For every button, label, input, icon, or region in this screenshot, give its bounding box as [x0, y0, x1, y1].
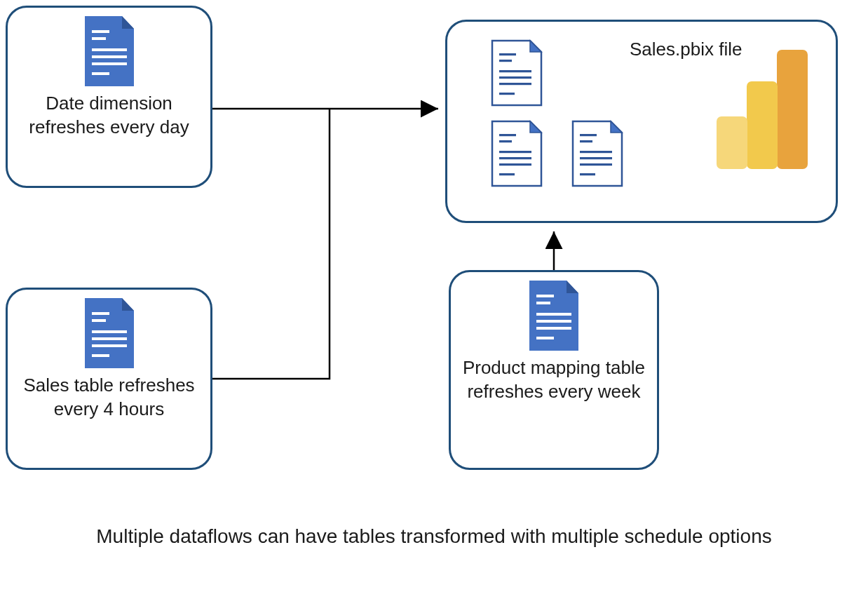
diagram-caption: Multiple dataflows can have tables trans… [0, 523, 868, 550]
document-solid-icon [526, 281, 582, 351]
svg-rect-10 [92, 344, 127, 347]
document-outline-icon [489, 120, 538, 182]
powerbi-logo-icon [717, 50, 808, 172]
svg-rect-7 [92, 319, 106, 322]
svg-rect-6 [92, 312, 109, 315]
svg-rect-8 [92, 330, 127, 333]
svg-rect-21 [499, 76, 531, 79]
node-sales-table-label: Sales table refreshes every 4 hours [16, 374, 202, 422]
pbix-docs-group [489, 39, 686, 208]
node-date-dimension: Date dimension refreshes every day [6, 6, 212, 188]
arrow-sales-to-merge [212, 109, 330, 379]
svg-rect-18 [499, 53, 516, 55]
svg-rect-11 [92, 354, 109, 357]
svg-rect-16 [536, 327, 571, 330]
svg-rect-17 [536, 337, 554, 339]
document-solid-icon [81, 298, 137, 368]
svg-rect-33 [580, 157, 612, 159]
svg-rect-37 [747, 81, 778, 169]
svg-rect-15 [536, 320, 571, 323]
svg-rect-26 [499, 151, 531, 153]
svg-rect-14 [536, 313, 571, 316]
node-sales-table: Sales table refreshes every 4 hours [6, 288, 212, 470]
svg-rect-22 [499, 83, 531, 85]
svg-rect-3 [92, 55, 127, 58]
node-date-dimension-label: Date dimension refreshes every day [16, 92, 202, 140]
svg-rect-20 [499, 70, 531, 72]
node-product-mapping-label: Product mapping table refreshes every we… [459, 356, 649, 404]
svg-rect-30 [580, 134, 597, 136]
svg-rect-2 [92, 48, 127, 51]
svg-rect-34 [580, 163, 612, 166]
svg-rect-12 [536, 295, 554, 297]
svg-rect-28 [499, 163, 531, 166]
document-outline-icon [489, 39, 538, 101]
svg-rect-4 [92, 62, 127, 65]
svg-rect-19 [499, 60, 512, 62]
svg-rect-1 [92, 37, 106, 40]
svg-rect-9 [92, 337, 127, 340]
svg-rect-36 [777, 50, 808, 169]
svg-rect-27 [499, 157, 531, 159]
svg-rect-31 [580, 140, 592, 142]
diagram-canvas: Date dimension refreshes every day Sales… [0, 0, 868, 613]
svg-rect-29 [499, 173, 515, 175]
svg-rect-24 [499, 134, 516, 136]
svg-rect-23 [499, 93, 515, 95]
node-sales-pbix: Sales.pbix file [445, 20, 838, 223]
document-solid-icon [81, 16, 137, 86]
svg-rect-32 [580, 151, 612, 153]
svg-rect-25 [499, 140, 512, 142]
node-product-mapping: Product mapping table refreshes every we… [449, 270, 659, 470]
document-outline-icon [570, 120, 619, 182]
svg-rect-5 [92, 72, 109, 75]
svg-rect-0 [92, 30, 109, 33]
svg-rect-13 [536, 302, 550, 304]
svg-rect-35 [580, 173, 595, 175]
svg-rect-38 [717, 116, 747, 169]
